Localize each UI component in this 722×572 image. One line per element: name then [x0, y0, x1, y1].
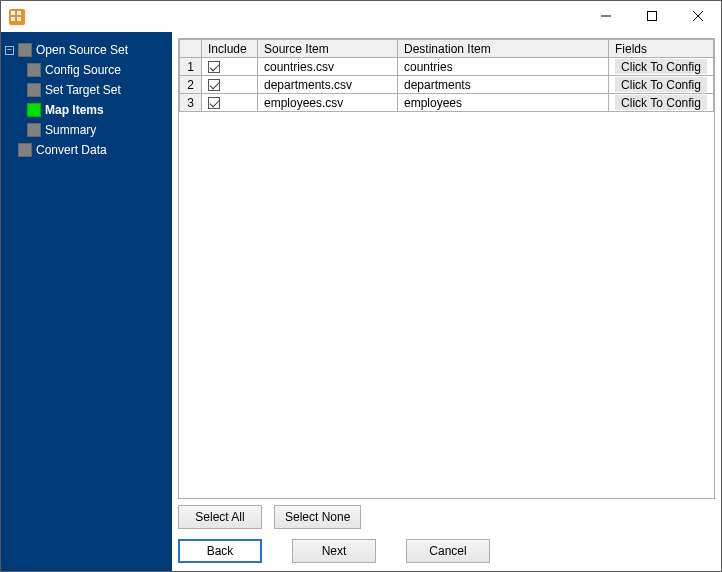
app-icon [9, 9, 25, 25]
selection-buttons-row: Select All Select None [178, 499, 715, 533]
destination-item-cell[interactable]: countries [398, 58, 609, 76]
sidebar-item-open-source-set[interactable]: − Open Source Set [5, 40, 172, 60]
source-item-cell[interactable]: employees.csv [258, 94, 398, 112]
fields-config-button[interactable]: Click To Config [615, 59, 707, 74]
select-none-button[interactable]: Select None [274, 505, 361, 529]
sidebar-item-label: Convert Data [36, 143, 107, 157]
include-checkbox[interactable] [208, 79, 220, 91]
wizard-sidebar: − Open Source Set Config Source Set Targ… [1, 32, 172, 571]
column-header-rownum[interactable] [180, 40, 202, 58]
destination-item-cell[interactable]: employees [398, 94, 609, 112]
column-header-fields[interactable]: Fields [609, 40, 714, 58]
sidebar-item-config-source[interactable]: Config Source [5, 60, 172, 80]
table-row[interactable]: 2 departments.csv departments Click To C… [180, 76, 714, 94]
column-header-destination-item[interactable]: Destination Item [398, 40, 609, 58]
app-window: − Open Source Set Config Source Set Targ… [0, 0, 722, 572]
items-grid: Include Source Item Destination Item Fie… [179, 39, 714, 112]
back-button[interactable]: Back [178, 539, 262, 563]
tree-expander-icon[interactable]: − [5, 46, 14, 55]
select-all-button[interactable]: Select All [178, 505, 262, 529]
step-box-icon [18, 143, 32, 157]
source-item-cell[interactable]: departments.csv [258, 76, 398, 94]
include-cell[interactable] [202, 58, 258, 76]
step-box-icon [27, 123, 41, 137]
sidebar-item-summary[interactable]: Summary [5, 120, 172, 140]
row-number-cell: 1 [180, 58, 202, 76]
body: − Open Source Set Config Source Set Targ… [1, 32, 721, 571]
row-number-cell: 2 [180, 76, 202, 94]
step-box-icon [27, 103, 41, 117]
table-row[interactable]: 3 employees.csv employees Click To Confi… [180, 94, 714, 112]
include-checkbox[interactable] [208, 61, 220, 73]
titlebar [1, 1, 721, 32]
next-button[interactable]: Next [292, 539, 376, 563]
sidebar-item-label: Set Target Set [45, 83, 121, 97]
main-panel: Include Source Item Destination Item Fie… [172, 32, 721, 571]
sidebar-item-label: Summary [45, 123, 96, 137]
sidebar-item-map-items[interactable]: Map Items [5, 100, 172, 120]
sidebar-item-set-target-set[interactable]: Set Target Set [5, 80, 172, 100]
cancel-button[interactable]: Cancel [406, 539, 490, 563]
include-checkbox[interactable] [208, 97, 220, 109]
source-item-cell[interactable]: countries.csv [258, 58, 398, 76]
maximize-button[interactable] [629, 1, 675, 31]
fields-config-button[interactable]: Click To Config [615, 77, 707, 92]
column-header-include[interactable]: Include [202, 40, 258, 58]
destination-item-cell[interactable]: departments [398, 76, 609, 94]
sidebar-item-label: Map Items [45, 103, 104, 117]
include-cell[interactable] [202, 76, 258, 94]
step-box-icon [27, 83, 41, 97]
close-button[interactable] [675, 1, 721, 31]
include-cell[interactable] [202, 94, 258, 112]
column-header-source-item[interactable]: Source Item [258, 40, 398, 58]
items-grid-container: Include Source Item Destination Item Fie… [178, 38, 715, 499]
svg-rect-1 [648, 12, 657, 21]
sidebar-item-label: Config Source [45, 63, 121, 77]
fields-config-button[interactable]: Click To Config [615, 95, 707, 110]
step-box-icon [18, 43, 32, 57]
window-controls [583, 1, 721, 32]
table-row[interactable]: 1 countries.csv countries Click To Confi… [180, 58, 714, 76]
sidebar-item-convert-data[interactable]: − Convert Data [5, 140, 172, 160]
minimize-button[interactable] [583, 1, 629, 31]
wizard-footer: Back Next Cancel [178, 533, 715, 565]
sidebar-item-label: Open Source Set [36, 43, 128, 57]
step-box-icon [27, 63, 41, 77]
row-number-cell: 3 [180, 94, 202, 112]
